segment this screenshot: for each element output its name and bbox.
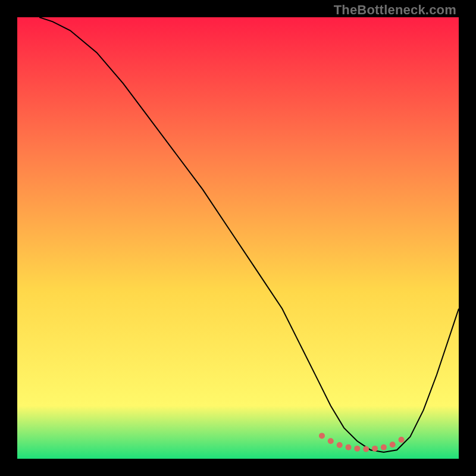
optimal-marker xyxy=(337,442,343,448)
optimal-marker xyxy=(346,444,352,450)
optimal-marker xyxy=(381,444,387,450)
optimal-marker xyxy=(372,446,378,452)
optimal-marker xyxy=(399,437,405,443)
optimal-marker xyxy=(363,446,369,452)
gradient-background xyxy=(17,17,459,459)
optimal-marker xyxy=(319,433,325,439)
chart-svg xyxy=(17,17,459,459)
watermark-text: TheBottleneck.com xyxy=(334,2,456,18)
optimal-marker xyxy=(390,441,396,447)
chart-frame xyxy=(17,17,459,459)
optimal-marker xyxy=(354,446,360,452)
optimal-marker xyxy=(328,438,334,444)
